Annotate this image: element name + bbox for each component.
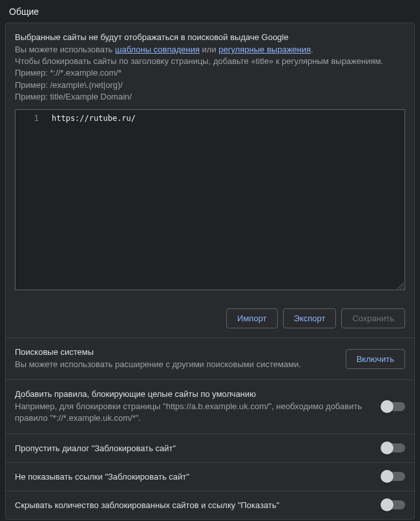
toggle-knob-icon (381, 441, 394, 454)
toggle-knob-icon (381, 400, 394, 413)
editor-gutter: 1 (16, 110, 44, 290)
hide-count-toggle[interactable] (382, 500, 405, 509)
match-patterns-link[interactable]: шаблоны совпадения (115, 45, 200, 54)
import-button[interactable]: Импорт (226, 308, 277, 328)
help-suffix: . (311, 45, 313, 54)
skip-dialog-title: Пропустить диалог "Заблокировать сайт" (15, 443, 372, 453)
blocklist-section: Выбранные сайты не будут отображаться в … (6, 23, 414, 299)
skip-dialog-row: Пропустить диалог "Заблокировать сайт" (6, 434, 414, 462)
search-engines-text: Поисковые системы Вы можете использовать… (15, 347, 335, 370)
page-title: Общие (0, 0, 420, 23)
export-button[interactable]: Экспорт (283, 308, 337, 328)
blocklist-help: Вы можете использовать шаблоны совпадени… (15, 44, 405, 56)
help-example-3: Пример: title/Example Domain/ (15, 91, 405, 103)
save-button[interactable]: Сохранить (341, 308, 405, 328)
editor-buttons: Импорт Экспорт Сохранить (6, 299, 414, 337)
add-rules-row: Добавить правила, блокирующие целые сайт… (6, 380, 414, 433)
search-engines-sub: Вы можете использовать расширение с друг… (15, 359, 335, 370)
resize-handle-icon[interactable] (396, 281, 404, 289)
help-example-2: Пример: /example\.(net|org)/ (15, 80, 405, 91)
regex-link[interactable]: регулярные выражения (218, 45, 311, 54)
blocklist-editor[interactable]: 1 https://rutube.ru/ (15, 109, 405, 290)
hide-count-row: Скрывать количество заблокированных сайт… (6, 491, 414, 519)
help-example-1: Пример: *://*.example.com/* (15, 67, 405, 79)
add-rules-toggle[interactable] (382, 402, 405, 411)
hide-count-title: Скрывать количество заблокированных сайт… (15, 500, 372, 510)
toggle-knob-icon (381, 470, 394, 483)
settings-panel: Выбранные сайты не будут отображаться в … (5, 23, 415, 520)
search-engines-row: Поисковые системы Вы можете использовать… (6, 338, 414, 379)
skip-dialog-text: Пропустить диалог "Заблокировать сайт" (15, 443, 372, 453)
help-mid: или (200, 45, 218, 54)
svg-line-2 (403, 288, 404, 289)
help-prefix: Вы можете использовать (15, 45, 115, 54)
editor-line-number: 1 (16, 114, 39, 123)
skip-dialog-toggle[interactable] (382, 443, 405, 452)
blocklist-header: Выбранные сайты не будут отображаться в … (15, 32, 405, 42)
add-rules-sub: Например, для блокировки страницы "https… (15, 401, 372, 424)
add-rules-title: Добавить правила, блокирующие целые сайт… (15, 389, 372, 399)
toggle-knob-icon (381, 498, 394, 511)
enable-button[interactable]: Включить (346, 349, 405, 369)
add-rules-text: Добавить правила, блокирующие целые сайт… (15, 389, 372, 424)
search-engines-title: Поисковые системы (15, 347, 335, 357)
hide-links-text: Не показывать ссылки "Заблокировать сайт… (15, 472, 372, 482)
hide-links-toggle[interactable] (382, 472, 405, 481)
hide-links-title: Не показывать ссылки "Заблокировать сайт… (15, 472, 372, 482)
hide-count-text: Скрывать количество заблокированных сайт… (15, 500, 372, 510)
help-title-line: Чтобы блокировать сайты по заголовку стр… (15, 56, 405, 67)
editor-content[interactable]: https://rutube.ru/ (44, 110, 404, 290)
hide-links-row: Не показывать ссылки "Заблокировать сайт… (6, 463, 414, 491)
